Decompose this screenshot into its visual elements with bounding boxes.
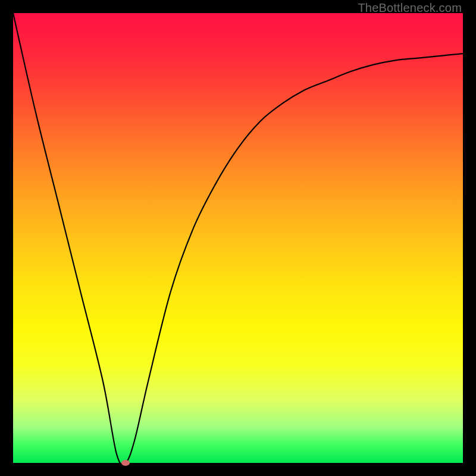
plot-area	[13, 13, 463, 463]
minimum-marker	[121, 460, 130, 466]
watermark-text: TheBottleneck.com	[358, 1, 462, 15]
bottleneck-curve	[13, 13, 463, 463]
chart-frame: TheBottleneck.com	[0, 0, 476, 476]
